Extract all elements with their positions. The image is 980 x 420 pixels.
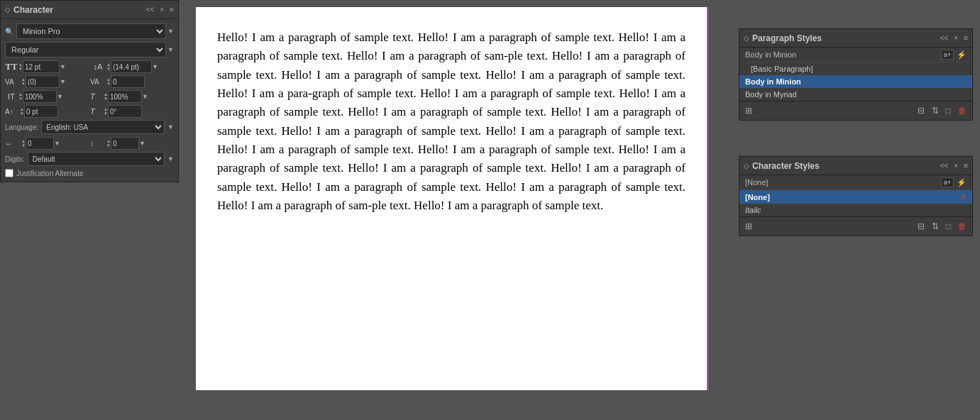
- para-style-basic-label: [Basic Paragraph]: [751, 65, 813, 73]
- body-text[interactable]: Hello! I am a paragraph of sample text. …: [217, 28, 686, 215]
- font-name-select[interactable]: Minion Pro: [16, 23, 166, 39]
- font-size-group: TT ▲ ▼ ▼: [5, 60, 89, 73]
- para-styles-footer-left: ⊞: [744, 104, 754, 117]
- para-styles-collapse[interactable]: <<: [940, 34, 949, 42]
- character-styles-panel: ◇ Character Styles << × ≡ [None] a+ ⚡ [N…: [739, 156, 973, 236]
- diamond-icon: ◇: [5, 6, 11, 13]
- justification-label: Justification Alternate: [16, 170, 84, 177]
- para-styles-close[interactable]: ×: [954, 34, 958, 42]
- kerning-spin: ▲ ▼ ▼: [21, 75, 66, 88]
- character-panel-close[interactable]: ×: [160, 6, 164, 13]
- char-styles-none-header: [None] a+ ⚡: [739, 175, 972, 190]
- char-style-none-label: [None]: [745, 193, 770, 201]
- skew-group: T ▲ ▼: [90, 105, 174, 118]
- char-styles-lightning[interactable]: ⚡: [957, 178, 967, 187]
- vert-scale-input[interactable]: [23, 90, 57, 103]
- kerning-group: VA ▲ ▼ ▼: [5, 75, 89, 88]
- kerning-input[interactable]: [26, 75, 60, 88]
- baseline-input[interactable]: [24, 105, 58, 118]
- size-leading-row: TT ▲ ▼ ▼ ↕A ▲ ▼ ▼: [5, 60, 174, 73]
- character-styles-controls: << × ≡: [940, 162, 968, 170]
- char-styles-close[interactable]: ×: [954, 162, 958, 170]
- para-styles-sync-btn[interactable]: ⇅: [930, 104, 940, 117]
- horiz-scale-dropdown[interactable]: ▼: [142, 93, 148, 100]
- baseline-spin: ▲ ▼: [20, 105, 58, 118]
- glyph1-icon: ↔: [5, 140, 21, 148]
- paragraph-styles-title: Paragraph Styles: [752, 33, 822, 43]
- para-styles-diamond-icon: ◇: [744, 34, 749, 42]
- char-style-none-delete[interactable]: ✕: [960, 192, 967, 201]
- glyph2-dropdown[interactable]: ▼: [139, 140, 145, 147]
- character-panel-title-group: ◇ Character: [5, 5, 53, 15]
- para-styles-load2-btn[interactable]: ⊟: [916, 104, 926, 117]
- skew-input[interactable]: [108, 105, 142, 118]
- para-style-item-body-myriad[interactable]: Body in Myriad: [739, 88, 972, 101]
- char-style-item-italic[interactable]: Italic: [739, 204, 972, 216]
- paragraph-styles-footer: ⊞ ⊟ ⇅ □ 🗑: [739, 101, 972, 120]
- vert-scale-group: IT ▲ ▼ ▼: [5, 90, 89, 103]
- language-dropdown[interactable]: ▼: [167, 123, 174, 131]
- digits-select[interactable]: Default: [28, 152, 165, 166]
- kern-track-row: VA ▲ ▼ ▼ VA ▲ ▼: [5, 75, 174, 88]
- char-styles-sync-btn[interactable]: ⇅: [930, 220, 940, 233]
- char-styles-new-btn[interactable]: □: [945, 220, 952, 233]
- char-styles-new-badge[interactable]: a+: [941, 177, 954, 187]
- character-panel-collapse[interactable]: <<: [146, 6, 155, 13]
- character-styles-title: Character Styles: [752, 161, 820, 171]
- font-style-select[interactable]: Regular: [5, 42, 166, 57]
- character-panel-menu[interactable]: ≡: [170, 6, 174, 13]
- right-panels: ◇ Paragraph Styles << × ≡ Body in Minion…: [724, 0, 980, 420]
- digits-row: Digits: Default ▼: [5, 152, 174, 166]
- para-styles-header-badges: a+ ⚡: [941, 50, 967, 60]
- tracking-input[interactable]: [111, 75, 145, 88]
- char-styles-footer-right: ⊟ ⇅ □ 🗑: [916, 220, 968, 233]
- para-styles-footer-right: ⊟ ⇅ □ 🗑: [916, 104, 968, 117]
- para-styles-delete-btn[interactable]: 🗑: [957, 104, 968, 117]
- leading-input[interactable]: [111, 60, 152, 73]
- char-styles-collapse[interactable]: <<: [940, 162, 949, 170]
- character-styles-header: ◇ Character Styles << × ≡: [739, 157, 972, 175]
- paragraph-styles-controls: << × ≡: [940, 34, 968, 42]
- para-styles-new-badge[interactable]: a+: [941, 50, 954, 60]
- char-styles-load2-btn[interactable]: ⊟: [916, 220, 926, 233]
- char-styles-menu[interactable]: ≡: [964, 162, 968, 170]
- char-styles-delete-btn[interactable]: 🗑: [957, 220, 968, 233]
- font-size-dropdown[interactable]: ▼: [60, 63, 66, 70]
- glyph1-spin: ▲ ▼ ▼: [21, 137, 60, 150]
- character-styles-list: [None] ✕ Italic: [739, 190, 972, 216]
- char-styles-diamond-icon: ◇: [744, 162, 749, 170]
- digits-dropdown[interactable]: ▼: [167, 155, 174, 162]
- canvas-area: Hello! I am a paragraph of sample text. …: [179, 0, 724, 420]
- glyph1-dropdown[interactable]: ▼: [54, 140, 60, 147]
- language-label: Language:: [5, 123, 38, 131]
- font-size-input[interactable]: [23, 60, 60, 73]
- para-styles-menu[interactable]: ≡: [964, 34, 968, 42]
- glyph2-icon: ↕: [90, 140, 106, 148]
- para-styles-lightning[interactable]: ⚡: [957, 50, 967, 60]
- glyph2-input[interactable]: [111, 137, 139, 150]
- vert-scale-dropdown[interactable]: ▼: [57, 93, 63, 100]
- leading-dropdown[interactable]: ▼: [152, 63, 158, 70]
- font-style-dropdown-arrow[interactable]: ▼: [167, 46, 174, 53]
- para-styles-new-btn[interactable]: □: [945, 104, 952, 117]
- document-page[interactable]: Hello! I am a paragraph of sample text. …: [196, 7, 707, 390]
- font-name-dropdown-arrow[interactable]: ▼: [167, 28, 174, 35]
- char-style-item-none[interactable]: [None] ✕: [739, 190, 972, 204]
- justification-checkbox[interactable]: [5, 169, 13, 177]
- para-styles-load-btn[interactable]: ⊞: [744, 104, 754, 117]
- para-styles-none-header: Body in Minion a+ ⚡: [739, 48, 972, 62]
- vert-scale-icon: IT: [5, 92, 18, 101]
- para-style-item-basic[interactable]: [Basic Paragraph]: [739, 62, 972, 75]
- tracking-icon: VA: [90, 78, 106, 86]
- character-panel-controls: << × ≡: [146, 6, 174, 13]
- glyph1-input[interactable]: [26, 137, 54, 150]
- baseline-group: A↑ ▲ ▼: [5, 105, 89, 118]
- char-styles-load-btn[interactable]: ⊞: [744, 220, 754, 233]
- character-styles-footer: ⊞ ⊟ ⇅ □ 🗑: [739, 216, 972, 236]
- glyph-spacing1-group: ↔ ▲ ▼ ▼: [5, 137, 89, 150]
- horiz-scale-input[interactable]: [108, 90, 142, 103]
- language-select[interactable]: English: USA: [41, 120, 165, 134]
- para-style-item-body-minion[interactable]: Body in Minion: [739, 75, 972, 88]
- kerning-dropdown[interactable]: ▼: [60, 78, 66, 85]
- vert-scale-spin: ▲ ▼ ▼: [18, 90, 63, 103]
